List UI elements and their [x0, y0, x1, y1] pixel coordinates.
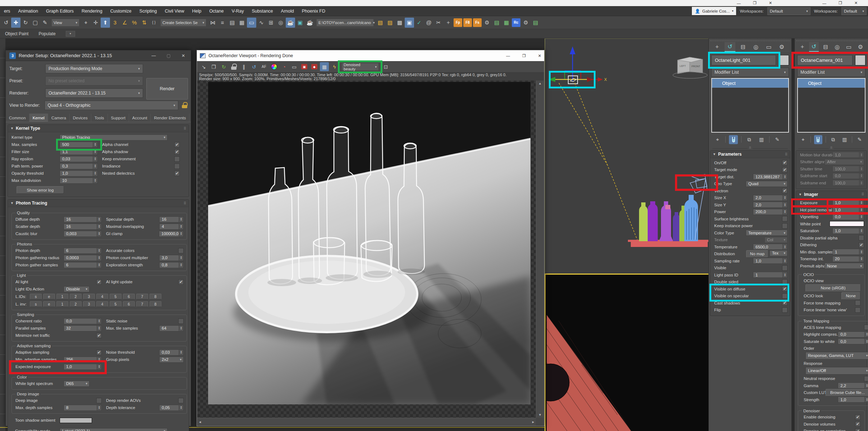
ray-epsilon-spinner[interactable]: 0,03▲▼: [60, 156, 98, 162]
save-image-icon[interactable]: ↘: [199, 62, 208, 71]
menu-customize[interactable]: Customize: [106, 6, 136, 16]
angle-snap-icon[interactable]: ∠: [120, 18, 129, 28]
light-id-button-1[interactable]: 1: [56, 294, 68, 299]
denoise-on-completion-checkbox[interactable]: ✔: [855, 428, 860, 431]
workspaces-dropdown-2[interactable]: Default▾: [841, 7, 867, 15]
min-disp-samples-spinner[interactable]: 1▲▼: [832, 249, 864, 255]
scroll-left-icon[interactable]: ◄: [198, 420, 202, 424]
irradiance-checkbox[interactable]: [174, 164, 180, 169]
render-region-icon[interactable]: ▦: [320, 62, 329, 71]
copy-image-icon[interactable]: ❐: [209, 62, 218, 71]
modifier-list-dropdown[interactable]: Modifier List▾: [711, 68, 789, 77]
plus-icon[interactable]: ＋: [444, 18, 453, 28]
keep-instance-power-checkbox[interactable]: [782, 223, 787, 229]
minimize-icon[interactable]: —: [822, 1, 826, 5]
remove-modifier-icon[interactable]: ▥: [757, 135, 766, 144]
light-id-button-5[interactable]: 5: [110, 294, 121, 299]
deep-render-aovs-checkbox[interactable]: [178, 398, 184, 403]
utilities-tab-icon[interactable]: ⚙: [776, 42, 787, 52]
modify-tab-icon[interactable]: ↺: [725, 42, 735, 52]
light-id-button-5[interactable]: 5: [110, 301, 121, 307]
render-canvas-area[interactable]: [197, 81, 536, 418]
tab-account[interactable]: Account: [129, 114, 151, 122]
stack-item-object[interactable]: Object: [798, 79, 865, 88]
photon-gather-samples-spinner[interactable]: 6▲▼: [64, 262, 102, 268]
light-id-button-7[interactable]: 7: [136, 301, 148, 307]
tab-render-elements[interactable]: Render Elements: [151, 114, 189, 122]
configure-modifier-sets-icon[interactable]: ✎: [773, 135, 782, 144]
size-x-spinner[interactable]: 2,0▲▼: [753, 195, 787, 201]
light-id-button-e[interactable]: e: [43, 301, 55, 307]
denoise-volumes-checkbox[interactable]: ✔: [855, 421, 860, 427]
camera-export-icon[interactable]: ▣: [300, 62, 309, 71]
close-icon[interactable]: ✕: [538, 54, 541, 58]
create-tab-icon[interactable]: ＋: [712, 42, 722, 52]
force-tone-mapping-checkbox[interactable]: [855, 300, 860, 306]
close-icon[interactable]: ✕: [769, 1, 772, 5]
forest-list-icon[interactable]: ▤: [492, 18, 501, 28]
tab-tools[interactable]: Tools: [91, 114, 108, 122]
menu-arnold[interactable]: Arnold: [277, 6, 298, 16]
light-id-button-1[interactable]: 1: [56, 301, 68, 307]
accurate-colors-checkbox[interactable]: [178, 248, 184, 253]
premult-alpha-dropdown[interactable]: None▾: [825, 263, 864, 269]
visible-checkbox[interactable]: [782, 265, 787, 271]
parallel-samples-spinner[interactable]: 32▲▼: [64, 325, 102, 331]
layer-manager-icon[interactable]: ▦: [237, 18, 247, 28]
display-tab-icon[interactable]: ▭: [844, 42, 853, 52]
light-id-button-7[interactable]: 7: [136, 294, 148, 299]
maximize-icon[interactable]: ❐: [522, 54, 526, 58]
rectangular-selection-icon[interactable]: ▢: [31, 18, 40, 28]
double-sided-checkbox[interactable]: [782, 279, 787, 285]
min-adaptive-samples-spinner[interactable]: 256▲▼: [64, 357, 102, 363]
gamma-spinner[interactable]: 2,2▲▼: [838, 382, 868, 389]
pause-icon[interactable]: ∥: [239, 62, 248, 71]
bucket-icon[interactable]: ◆: [310, 62, 319, 71]
ribbon-config-dropdown[interactable]: ▾: [66, 31, 75, 37]
display-settings-icon[interactable]: ▭: [290, 62, 299, 71]
minimize-net-traffic-checkbox[interactable]: ✔: [96, 333, 102, 338]
object-name-input[interactable]: OctaneLight_001: [711, 55, 776, 65]
forest-pack-icon[interactable]: Fp: [454, 18, 462, 27]
preset-dropdown[interactable]: No preset selected▾: [45, 76, 143, 86]
photon-depth-spinner[interactable]: 6▲▼: [64, 248, 102, 254]
undo-icon[interactable]: ↺: [1, 18, 11, 28]
workspaces-dropdown-1[interactable]: Default▾: [767, 7, 810, 15]
render-setup-icon[interactable]: ☕: [286, 18, 295, 28]
panel-separator[interactable]: [712, 146, 788, 149]
exploration-strength-spinner[interactable]: 0,8▲▼: [159, 262, 184, 268]
ribbon-tab-object-paint[interactable]: Object Paint: [0, 31, 33, 36]
hierarchy-tab-icon[interactable]: ⊟: [821, 42, 830, 52]
curve-editor-icon[interactable]: ∿: [257, 18, 266, 28]
paint-selection-icon[interactable]: ✎: [40, 18, 50, 28]
max-depth-samples-spinner[interactable]: 8▲▼: [64, 405, 102, 411]
max-tile-samples-spinner[interactable]: 64▲▼: [159, 325, 184, 331]
modify-tab-icon[interactable]: ↺: [809, 42, 818, 52]
saturate-to-white-spinner[interactable]: 0,0▲▼: [838, 338, 868, 344]
panel-separator[interactable]: [798, 146, 864, 149]
light-id-button-s[interactable]: s: [30, 301, 42, 307]
distribution-type-dropdown[interactable]: Tex▾: [770, 250, 787, 256]
light-id-button-3[interactable]: 3: [83, 301, 95, 307]
restart-icon[interactable]: ↺: [249, 62, 258, 71]
target-mode-checkbox[interactable]: ✔: [782, 167, 787, 173]
parameters-header[interactable]: ▼Parameters⠿: [710, 151, 790, 158]
tab-camera[interactable]: Camera: [48, 114, 70, 122]
highlight-compres-spinner[interactable]: 0,0▲▼: [838, 331, 868, 338]
pie-chart-icon[interactable]: ◔: [280, 62, 289, 71]
maximize-icon[interactable]: ❐: [839, 1, 842, 5]
vectron-checkbox[interactable]: ✔: [782, 188, 787, 193]
render-button[interactable]: Render: [146, 78, 188, 100]
pick-focus-icon[interactable]: ⊡: [381, 62, 390, 71]
utilities-tab-icon[interactable]: ⚙: [856, 42, 865, 52]
toon-shadow-ambient-color-swatch[interactable]: [60, 418, 92, 423]
make-unique-icon[interactable]: ⧉: [745, 135, 754, 144]
menu-animation[interactable]: Animation: [14, 6, 42, 16]
menu-graph-editors[interactable]: Graph Editors: [42, 6, 78, 16]
light-id-button-3[interactable]: 3: [83, 294, 95, 299]
horizontal-scrollbar[interactable]: ◄ ►: [197, 418, 536, 426]
vertical-scrollbar[interactable]: ▲ ▼: [536, 81, 544, 418]
menu-help[interactable]: Help: [188, 6, 205, 16]
tab-support[interactable]: Support: [108, 114, 129, 122]
diffuse-depth-spinner[interactable]: 16▲▼: [64, 216, 102, 223]
